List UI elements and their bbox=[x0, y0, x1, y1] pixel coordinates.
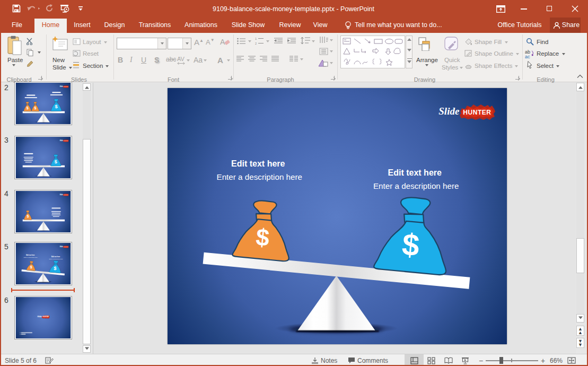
svg-text:$: $ bbox=[27, 106, 29, 110]
svg-text:Enter a description here: Enter a description here bbox=[216, 172, 302, 181]
svg-text:$: $ bbox=[55, 104, 58, 109]
svg-text:$: $ bbox=[34, 106, 37, 110]
svg-text:ac: ac bbox=[525, 54, 530, 59]
svg-text:Edit text here: Edit text here bbox=[231, 159, 285, 168]
svg-text:Edit text here: Edit text here bbox=[388, 168, 442, 177]
svg-text:$: $ bbox=[401, 226, 421, 263]
svg-text:AV: AV bbox=[177, 56, 185, 62]
svg-text:1: 1 bbox=[255, 37, 257, 40]
svg-text:2: 2 bbox=[255, 42, 257, 45]
svg-text:Enter a description here: Enter a description here bbox=[373, 181, 459, 190]
svg-text:$: $ bbox=[55, 159, 57, 164]
svg-text:$: $ bbox=[27, 214, 29, 219]
svg-text:$: $ bbox=[254, 223, 270, 251]
